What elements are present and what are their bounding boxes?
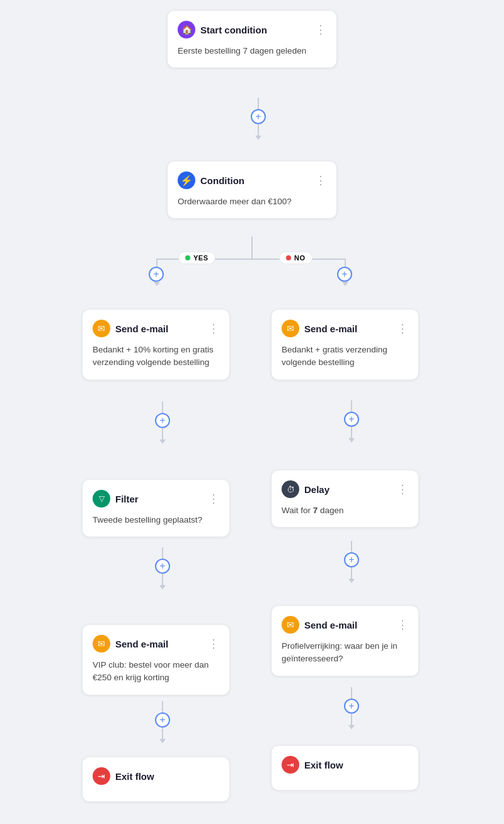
add-step-1[interactable]: + (251, 109, 266, 124)
send-email-yes-icon: ✉ (93, 320, 110, 337)
send-email-profile-card[interactable]: ✉ Send e-mail ⋮ Profielverrijking: waar … (271, 605, 419, 676)
branch-line-down (251, 236, 253, 258)
delay-card[interactable]: ⏱ Delay ⋮ Wait for 7 dagen (271, 470, 419, 528)
send-email-yes-title: Send e-mail (115, 323, 168, 334)
connector-no-delay: + (344, 400, 359, 443)
connector-filter-vip: + (155, 547, 170, 589)
send-email-no-icon: ✉ (282, 320, 299, 337)
start-condition-title: Start condition (200, 25, 267, 35)
send-email-yes-body: Bedankt + 10% korting en gratis verzendi… (93, 344, 219, 369)
send-email-yes-menu[interactable]: ⋮ (208, 323, 219, 334)
start-condition-menu[interactable]: ⋮ (315, 24, 326, 35)
start-condition-icon: 🏠 (178, 21, 195, 38)
add-step-no[interactable]: + (337, 267, 352, 282)
left-branch-v1 (156, 258, 158, 267)
exit-flow-left-card[interactable]: ⇥ Exit flow (82, 757, 230, 802)
yes-badge: YES (178, 252, 215, 264)
condition-card[interactable]: ⚡ Condition ⋮ Orderwaarde meer dan €100? (167, 161, 337, 219)
send-email-profile-menu[interactable]: ⋮ (397, 619, 408, 630)
delay-title: Delay (304, 484, 329, 495)
connector-profile-exit: + (344, 687, 359, 729)
filter-title: Filter (115, 494, 139, 504)
condition-title: Condition (200, 175, 244, 186)
condition-body: Orderwaarde meer dan €100? (178, 195, 326, 208)
filter-card[interactable]: ▽ Filter ⋮ Tweede bestelling geplaatst? (82, 479, 230, 537)
add-step-yes[interactable]: + (149, 267, 164, 282)
send-email-vip-title: Send e-mail (115, 639, 168, 649)
exit-flow-left-icon: ⇥ (93, 767, 110, 785)
exit-flow-right-card[interactable]: ⇥ Exit flow (271, 745, 419, 791)
send-email-no-body: Bedankt + gratis verzending volgende bes… (282, 344, 408, 369)
send-email-vip-body: VIP club: bestel voor meer dan €250 en k… (93, 659, 219, 685)
filter-icon: ▽ (93, 490, 110, 508)
delay-body: Wait for 7 dagen (282, 504, 408, 517)
start-condition-body: Eerste bestelling 7 dagen geleden (178, 45, 326, 57)
start-condition-card[interactable]: 🏠 Start condition ⋮ Eerste bestelling 7 … (167, 10, 337, 68)
send-email-vip-card[interactable]: ✉ Send e-mail ⋮ VIP club: bestel voor me… (82, 624, 230, 695)
exit-flow-right-title: Exit flow (304, 760, 343, 770)
filter-body: Tweede bestelling geplaatst? (93, 514, 219, 526)
delay-value: 7 (313, 506, 318, 515)
send-email-yes-card[interactable]: ✉ Send e-mail ⋮ Bedankt + 10% korting en… (82, 309, 230, 380)
send-email-vip-icon: ✉ (93, 635, 110, 653)
condition-menu[interactable]: ⋮ (315, 175, 326, 186)
connector-delay-profile: + (344, 541, 359, 583)
delay-menu[interactable]: ⋮ (397, 484, 408, 495)
add-step-vip[interactable]: + (155, 712, 170, 728)
no-badge: NO (279, 252, 312, 264)
send-email-no-card[interactable]: ✉ Send e-mail ⋮ Bedankt + gratis verzend… (271, 309, 419, 380)
arrow-no (342, 282, 348, 286)
send-email-no-title: Send e-mail (304, 323, 357, 334)
send-email-profile-icon: ✉ (282, 616, 299, 634)
connector-yes-filter: + (155, 402, 170, 444)
send-email-vip-menu[interactable]: ⋮ (208, 638, 219, 649)
arrow-yes (154, 282, 160, 286)
add-step-yes-2[interactable]: + (155, 413, 170, 428)
exit-flow-right-icon: ⇥ (282, 756, 299, 774)
add-step-profile[interactable]: + (344, 699, 359, 714)
connector-vip-exit: + (155, 701, 170, 743)
exit-flow-left-title: Exit flow (115, 771, 154, 782)
flow-canvas: 🏠 Start condition ⋮ Eerste bestelling 7 … (0, 0, 504, 25)
add-step-delay[interactable]: + (344, 552, 359, 567)
connector-1: + (251, 98, 266, 140)
send-email-no-menu[interactable]: ⋮ (397, 323, 408, 334)
add-step-filter[interactable]: + (155, 559, 170, 574)
right-branch-v1 (345, 258, 346, 267)
delay-icon: ⏱ (282, 480, 299, 498)
filter-menu[interactable]: ⋮ (208, 493, 219, 504)
condition-icon: ⚡ (178, 171, 195, 189)
send-email-profile-body: Profielverrijking: waar ben je in geïnte… (282, 640, 408, 666)
add-step-no-2[interactable]: + (344, 412, 359, 427)
send-email-profile-title: Send e-mail (304, 620, 357, 630)
